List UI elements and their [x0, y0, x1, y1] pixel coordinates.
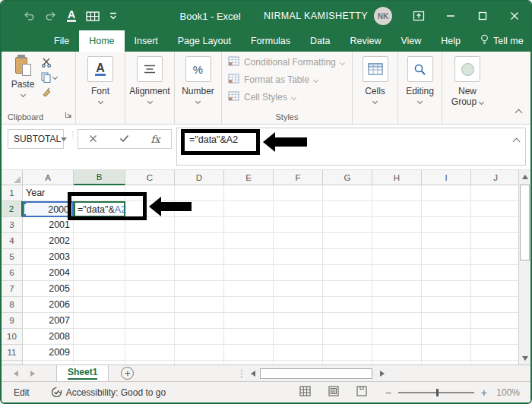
cell-J6[interactable] [471, 265, 521, 281]
row-header-4[interactable]: 4 [2, 233, 23, 249]
cell-E11[interactable] [224, 345, 274, 361]
cell-E9[interactable] [224, 313, 274, 329]
row-header-6[interactable]: 6 [2, 265, 23, 281]
cell-J9[interactable] [471, 313, 521, 329]
horizontal-scrollbar[interactable] [248, 368, 388, 380]
styles-item-conditional-formatting[interactable]: Conditional Formatting [228, 56, 344, 68]
row-header-5[interactable]: 5 [2, 249, 23, 265]
user-avatar[interactable]: NK [374, 7, 392, 25]
row-header-8[interactable]: 8 [2, 297, 23, 313]
cell-B11[interactable] [74, 345, 125, 361]
new-group-button[interactable]: New Group [442, 56, 492, 107]
zoom-slider-thumb[interactable] [436, 389, 439, 396]
tab-formulas[interactable]: Formulas [241, 30, 300, 52]
cell-F5[interactable] [274, 249, 323, 265]
font-button[interactable]: A Font [76, 56, 125, 103]
cell-H5[interactable] [372, 249, 422, 265]
cell-D11[interactable] [175, 345, 224, 361]
paste-button[interactable]: Paste [8, 56, 38, 96]
row-header-2[interactable]: 2 [2, 201, 23, 217]
previous-sheet-icon[interactable] [14, 371, 18, 377]
row-header-7[interactable]: 7 [2, 281, 23, 297]
cell-C6[interactable] [125, 265, 175, 281]
cell-D4[interactable] [175, 233, 224, 249]
column-header-F[interactable]: F [274, 170, 323, 185]
close-button[interactable] [499, 2, 530, 30]
undo-icon[interactable] [23, 11, 35, 21]
cell-F10[interactable] [274, 329, 323, 345]
cell-F6[interactable] [274, 265, 323, 281]
cell-G1[interactable] [323, 185, 372, 201]
cell-F8[interactable] [274, 297, 323, 313]
cell-G6[interactable] [323, 265, 372, 281]
cell-F7[interactable] [274, 281, 323, 297]
cell-I8[interactable] [422, 297, 471, 313]
cell-C12[interactable] [125, 361, 175, 365]
cell-D10[interactable] [175, 329, 224, 345]
column-header-G[interactable]: G [323, 170, 372, 185]
tab-home[interactable]: Home [79, 30, 124, 52]
row-header-9[interactable]: 9 [2, 313, 23, 329]
scroll-right-icon[interactable] [377, 371, 388, 377]
cell-H11[interactable] [372, 345, 422, 361]
tab-view[interactable]: View [391, 30, 431, 52]
cell-H9[interactable] [372, 313, 422, 329]
cell-A11[interactable]: 2009 [23, 345, 74, 361]
column-header-D[interactable]: D [175, 170, 224, 185]
cell-A10[interactable]: 2008 [23, 329, 74, 345]
ribbon-display-options-icon[interactable] [403, 2, 435, 30]
cell-F1[interactable] [274, 185, 323, 201]
cell-E5[interactable] [224, 249, 274, 265]
cell-D3[interactable] [175, 217, 224, 233]
cell-I10[interactable] [422, 329, 471, 345]
cell-E7[interactable] [224, 281, 274, 297]
cell-G5[interactable] [323, 249, 372, 265]
accessibility-status[interactable]: Accessibility: Good to go [51, 387, 166, 398]
cell-G11[interactable] [323, 345, 372, 361]
cell-A3[interactable]: 2001 [23, 217, 74, 233]
cell-A2[interactable]: 2000 [23, 201, 74, 217]
collapse-formula-bar-icon[interactable] [514, 136, 519, 147]
tab-help[interactable]: Help [431, 30, 470, 52]
cell-H4[interactable] [372, 233, 422, 249]
cell-I2[interactable] [422, 201, 471, 217]
cell-I5[interactable] [422, 249, 471, 265]
select-all-corner[interactable] [2, 170, 23, 185]
format-painter-icon[interactable] [41, 87, 57, 98]
cell-E8[interactable] [224, 297, 274, 313]
cell-B6[interactable] [74, 265, 125, 281]
cell-E2[interactable] [224, 201, 274, 217]
styles-item-format-as-table[interactable]: Format as Table [228, 74, 344, 86]
minimize-button[interactable] [435, 2, 467, 30]
cell-G10[interactable] [323, 329, 372, 345]
tab-file[interactable]: File [44, 30, 79, 52]
cell-A9[interactable]: 2007 [23, 313, 74, 329]
horizontal-scrollbar-thumb[interactable] [260, 368, 372, 379]
sheet-tab-sheet1[interactable]: Sheet1 [56, 365, 109, 381]
cell-A6[interactable]: 2004 [23, 265, 74, 281]
redo-icon[interactable] [45, 11, 57, 21]
cell-B8[interactable] [74, 297, 125, 313]
maximize-button[interactable] [467, 2, 499, 30]
cell-H7[interactable] [372, 281, 422, 297]
cell-J5[interactable] [471, 249, 521, 265]
name-box[interactable]: SUBTOTAL [8, 129, 64, 149]
scroll-down-icon[interactable] [519, 352, 530, 365]
cell-E1[interactable] [224, 185, 274, 201]
cell-J11[interactable] [471, 345, 521, 361]
cell-B12[interactable] [74, 361, 125, 365]
page-break-preview-icon[interactable] [356, 386, 367, 399]
tab-data[interactable]: Data [300, 30, 340, 52]
cell-A4[interactable]: 2002 [23, 233, 74, 249]
copy-icon[interactable] [41, 71, 57, 83]
vertical-scrollbar[interactable] [518, 170, 530, 365]
cell-H10[interactable] [372, 329, 422, 345]
cell-C10[interactable] [125, 329, 175, 345]
cell-F9[interactable] [274, 313, 323, 329]
column-header-A[interactable]: A [23, 170, 74, 185]
page-layout-view-icon[interactable] [328, 386, 339, 399]
cell-D8[interactable] [175, 297, 224, 313]
new-sheet-button[interactable]: + [121, 367, 134, 380]
cell-J8[interactable] [471, 297, 521, 313]
cell-E10[interactable] [224, 329, 274, 345]
